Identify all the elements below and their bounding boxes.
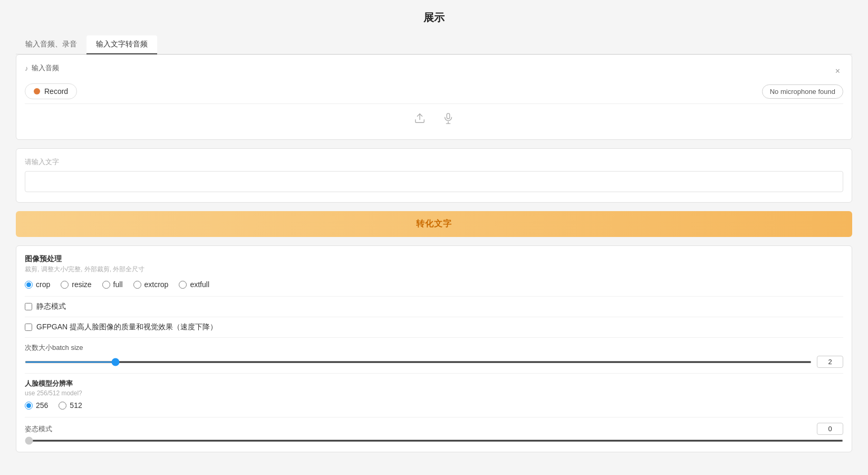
no-microphone-badge: No microphone found — [762, 84, 843, 99]
radio-crop-label: crop — [36, 280, 50, 289]
image-preprocessing-panel: 图像预处理 裁剪, 调整大小/完整, 外部裁剪, 外部全尺寸 crop resi… — [16, 245, 852, 452]
radio-resize-input[interactable] — [61, 281, 69, 289]
radio-256-input[interactable] — [25, 402, 33, 410]
batch-size-label: 次数大小batch size — [25, 343, 843, 353]
batch-size-section: 次数大小batch size 2 — [25, 343, 843, 368]
posture-section: 姿态模式 0 — [25, 423, 843, 443]
divider-5 — [25, 417, 843, 417]
tab-text[interactable]: 输入文字转音频 — [86, 35, 157, 54]
batch-size-slider-row: 2 — [25, 356, 843, 368]
close-button[interactable]: × — [832, 66, 843, 77]
radio-extfull-label: extfull — [190, 280, 209, 289]
record-button[interactable]: Record — [25, 83, 77, 99]
tabs-row: 输入音频、录音 输入文字转音频 — [16, 35, 852, 54]
radio-256-label: 256 — [36, 401, 48, 410]
gfpgan-row: GFPGAN 提高人脸图像的质量和视觉效果（速度下降） — [25, 322, 843, 332]
face-model-radio-group: 256 512 — [25, 401, 843, 410]
radio-crop-input[interactable] — [25, 281, 33, 289]
text-input-panel: 请输入文字 — [16, 148, 852, 203]
text-input-label: 请输入文字 — [25, 157, 843, 167]
radio-resize[interactable]: resize — [61, 280, 91, 289]
static-mode-label: 静态模式 — [36, 302, 66, 311]
page-title: 展示 — [16, 11, 852, 25]
audio-icons-row — [25, 103, 843, 131]
record-label: Record — [44, 87, 68, 96]
face-model-section: 人脸模型分辨率 use 256/512 model? 256 512 — [25, 379, 843, 410]
face-model-subtitle: use 256/512 model? — [25, 390, 843, 397]
record-dot — [34, 88, 40, 94]
radio-extfull[interactable]: extfull — [179, 280, 209, 289]
image-preprocessing-subtitle: 裁剪, 调整大小/完整, 外部裁剪, 外部全尺寸 — [25, 265, 843, 274]
radio-512-label: 512 — [70, 401, 82, 410]
radio-extfull-input[interactable] — [179, 281, 187, 289]
static-mode-row: 静态模式 — [25, 302, 843, 311]
tab-audio[interactable]: 输入音频、录音 — [16, 35, 86, 54]
batch-size-value: 2 — [817, 356, 843, 368]
audio-panel-header: ♪ 输入音频 — [25, 63, 59, 73]
radio-full[interactable]: full — [102, 280, 123, 289]
text-input-field[interactable] — [25, 171, 843, 192]
image-mode-radio-group: crop resize full extcrop extfull — [25, 280, 843, 289]
radio-256[interactable]: 256 — [25, 401, 48, 410]
upload-button[interactable] — [412, 110, 428, 129]
batch-size-slider[interactable] — [25, 361, 812, 363]
audio-panel-label: 输入音频 — [32, 63, 59, 73]
radio-extcrop-input[interactable] — [133, 281, 141, 289]
posture-label: 姿态模式 — [25, 424, 52, 434]
audio-input-top: ♪ 输入音频 × — [25, 63, 843, 79]
posture-value: 0 — [817, 423, 843, 435]
radio-full-label: full — [113, 280, 123, 289]
posture-label-row: 姿态模式 0 — [25, 423, 843, 435]
gfpgan-label: GFPGAN 提高人脸图像的质量和视觉效果（速度下降） — [36, 322, 217, 332]
radio-512-input[interactable] — [59, 402, 66, 410]
divider-3 — [25, 337, 843, 338]
divider-4 — [25, 373, 843, 374]
microphone-button[interactable] — [440, 110, 456, 129]
divider-1 — [25, 296, 843, 297]
svg-rect-1 — [447, 113, 450, 119]
radio-resize-label: resize — [72, 280, 91, 289]
convert-button[interactable]: 转化文字 — [16, 211, 852, 237]
divider-2 — [25, 317, 843, 317]
audio-input-panel: ♪ 输入音频 × Record No microphone found — [16, 54, 852, 140]
radio-512[interactable]: 512 — [59, 401, 82, 410]
static-mode-checkbox[interactable] — [25, 303, 32, 310]
music-icon: ♪ — [25, 64, 28, 72]
radio-full-input[interactable] — [102, 281, 110, 289]
radio-extcrop-label: extcrop — [144, 280, 169, 289]
face-model-title: 人脸模型分辨率 — [25, 379, 843, 388]
gfpgan-checkbox[interactable] — [25, 324, 32, 331]
radio-extcrop[interactable]: extcrop — [133, 280, 169, 289]
posture-slider[interactable] — [25, 440, 843, 442]
radio-crop[interactable]: crop — [25, 280, 50, 289]
image-preprocessing-title: 图像预处理 — [25, 254, 843, 264]
